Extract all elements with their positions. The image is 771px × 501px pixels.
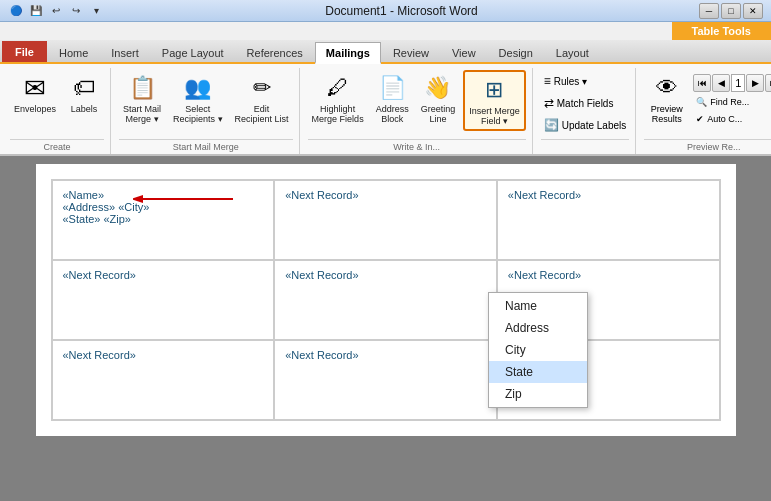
redo-quick-icon[interactable]: ↪ <box>68 3 84 19</box>
auto-check-button[interactable]: ✔ Auto C... <box>693 112 771 126</box>
label-grid: «Name» «Address» «City» «State» «Zip» <box>51 179 721 421</box>
next-record-2-1: «Next Record» <box>285 349 486 361</box>
tab-design[interactable]: Design <box>488 42 544 62</box>
nav-first-button[interactable]: ⏮ <box>693 74 711 92</box>
preview-nav-container: ⏮ ◀ 1 ▶ ⏭ 🔍 Find Re... ✔ Auto C... <box>693 70 771 126</box>
select-recipients-button[interactable]: 👥 SelectRecipients ▾ <box>169 70 227 127</box>
insert-merge-field-icon: ⊞ <box>478 74 510 106</box>
tab-page-layout[interactable]: Page Layout <box>151 42 235 62</box>
address-block-label: AddressBlock <box>376 105 409 125</box>
start-mail-merge-group-label: Start Mail Merge <box>119 139 293 154</box>
nav-last-button[interactable]: ⏭ <box>765 74 771 92</box>
rules-icon: ≡ <box>544 74 551 88</box>
highlight-merge-fields-label: HighlightMerge Fields <box>312 105 364 125</box>
write-insert-buttons: 🖊 HighlightMerge Fields 📄 AddressBlock 👋… <box>308 68 526 137</box>
label-cell-1-0: «Next Record» <box>52 260 275 340</box>
next-record-0-1: «Next Record» <box>285 189 486 201</box>
ribbon-group-rules: ≡ Rules ▾ ⇄ Match Fields 🔄 Update Labels <box>535 68 637 154</box>
app-window: 🔵 💾 ↩ ↪ ▾ Document1 - Microsoft Word ─ □… <box>0 0 771 501</box>
edit-recipient-list-button[interactable]: ✏ EditRecipient List <box>231 70 293 127</box>
preview-results-button[interactable]: 👁 PreviewResults <box>644 70 689 127</box>
ribbon-group-preview: 👁 PreviewResults ⏮ ◀ 1 ▶ ⏭ 🔍 Find Re... <box>638 68 771 154</box>
preview-content: 👁 PreviewResults ⏮ ◀ 1 ▶ ⏭ 🔍 Find Re... <box>644 68 771 137</box>
dropdown-item-city[interactable]: City <box>489 339 587 361</box>
arrow-svg <box>133 191 233 207</box>
greeting-line-icon: 👋 <box>422 72 454 104</box>
greeting-line-button[interactable]: 👋 GreetingLine <box>417 70 460 127</box>
preview-results-label: PreviewResults <box>651 105 683 125</box>
table-tools-label: Table Tools <box>672 22 772 40</box>
envelopes-button[interactable]: ✉ Envelopes <box>10 70 60 117</box>
auto-check-label: Auto C... <box>707 114 742 124</box>
tab-mailings[interactable]: Mailings <box>315 42 381 64</box>
update-labels-label: Update Labels <box>562 120 627 131</box>
tab-view[interactable]: View <box>441 42 487 62</box>
nav-prev-button[interactable]: ◀ <box>712 74 730 92</box>
label-cell-2-0: «Next Record» <box>52 340 275 420</box>
rules-label: Rules ▾ <box>554 76 587 87</box>
tab-review[interactable]: Review <box>382 42 440 62</box>
address-block-icon: 📄 <box>376 72 408 104</box>
nav-buttons: ⏮ ◀ 1 ▶ ⏭ <box>693 74 771 92</box>
tab-file[interactable]: File <box>2 41 47 62</box>
dropdown-item-name[interactable]: Name <box>489 295 587 317</box>
insert-merge-field-button[interactable]: ⊞ Insert MergeField ▾ <box>463 70 526 131</box>
create-group-label: Create <box>10 139 104 154</box>
title-bar-left: 🔵 💾 ↩ ↪ ▾ <box>8 3 104 19</box>
find-recipient-button[interactable]: 🔍 Find Re... <box>693 95 771 109</box>
ribbon-content: ✉ Envelopes 🏷 Labels Create 📋 Start Mail… <box>0 64 771 156</box>
nav-page-number: 1 <box>731 74 745 92</box>
address-block-button[interactable]: 📄 AddressBlock <box>372 70 413 127</box>
dropdown-item-address[interactable]: Address <box>489 317 587 339</box>
dropdown-item-zip[interactable]: Zip <box>489 383 587 405</box>
maximize-button[interactable]: □ <box>721 3 741 19</box>
auto-check-icon: ✔ <box>696 114 704 124</box>
match-fields-button[interactable]: ⇄ Match Fields <box>541 94 630 112</box>
find-recipient-label: Find Re... <box>710 97 749 107</box>
word-logo-icon: 🔵 <box>8 3 24 19</box>
labels-button[interactable]: 🏷 Labels <box>64 70 104 117</box>
next-record-2-0: «Next Record» <box>63 349 264 361</box>
select-recipients-label: SelectRecipients ▾ <box>173 105 223 125</box>
update-labels-icon: 🔄 <box>544 118 559 132</box>
tab-insert[interactable]: Insert <box>100 42 150 62</box>
label-cell-0-2: «Next Record» <box>497 180 720 260</box>
next-record-0-2: «Next Record» <box>508 189 709 201</box>
tab-home[interactable]: Home <box>48 42 99 62</box>
title-bar: 🔵 💾 ↩ ↪ ▾ Document1 - Microsoft Word ─ □… <box>0 0 771 22</box>
title-bar-controls: ─ □ ✕ <box>699 3 763 19</box>
tab-layout[interactable]: Layout <box>545 42 600 62</box>
edit-recipient-list-icon: ✏ <box>246 72 278 104</box>
rules-button[interactable]: ≡ Rules ▾ <box>541 72 630 90</box>
highlight-merge-fields-button[interactable]: 🖊 HighlightMerge Fields <box>308 70 368 127</box>
ribbon-tabs: File Home Insert Page Layout References … <box>0 40 771 64</box>
window-title: Document1 - Microsoft Word <box>325 4 478 18</box>
next-record-1-1: «Next Record» <box>285 269 486 281</box>
preview-results-icon: 👁 <box>651 72 683 104</box>
preview-group-label: Preview Re... <box>644 139 771 154</box>
start-mail-merge-button[interactable]: 📋 Start MailMerge ▾ <box>119 70 165 127</box>
match-fields-icon: ⇄ <box>544 96 554 110</box>
edit-recipient-list-label: EditRecipient List <box>235 105 289 125</box>
dropdown-quick-icon[interactable]: ▾ <box>88 3 104 19</box>
undo-quick-icon[interactable]: ↩ <box>48 3 64 19</box>
save-quick-icon[interactable]: 💾 <box>28 3 44 19</box>
write-insert-group-label: Write & In... <box>308 139 526 154</box>
label-cell-2-1: «Next Record» <box>274 340 497 420</box>
content-area: «Name» «Address» «City» «State» «Zip» <box>0 156 771 501</box>
nav-next-button[interactable]: ▶ <box>746 74 764 92</box>
envelopes-icon: ✉ <box>19 72 51 104</box>
envelopes-label: Envelopes <box>14 105 56 115</box>
red-arrow-indicator <box>133 191 233 207</box>
label-cell-0-1: «Next Record» <box>274 180 497 260</box>
ribbon-group-create: ✉ Envelopes 🏷 Labels Create <box>4 68 111 154</box>
label-cell-0-0: «Name» «Address» «City» «State» «Zip» <box>52 180 275 260</box>
start-mail-merge-buttons: 📋 Start MailMerge ▾ 👥 SelectRecipients ▾… <box>119 68 293 137</box>
document-page: «Name» «Address» «City» «State» «Zip» <box>36 164 736 436</box>
dropdown-item-state[interactable]: State <box>489 361 587 383</box>
tab-references[interactable]: References <box>236 42 314 62</box>
update-labels-button[interactable]: 🔄 Update Labels <box>541 116 630 134</box>
labels-label: Labels <box>71 105 98 115</box>
minimize-button[interactable]: ─ <box>699 3 719 19</box>
close-button[interactable]: ✕ <box>743 3 763 19</box>
